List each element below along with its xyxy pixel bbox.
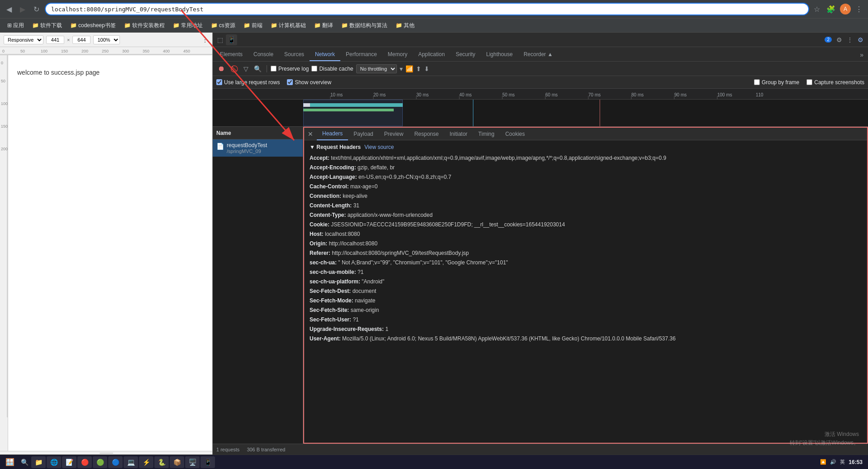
bookmark-install[interactable]: 📁 软件安装教程 <box>120 21 168 30</box>
details-tab-initiator[interactable]: Initiator <box>444 128 472 140</box>
device-toolbar-button[interactable]: 📱 <box>226 34 237 45</box>
browser-window: ◀ ▶ ↻ localhost:8080/springMVC_09/reques… <box>0 0 868 469</box>
tab-performance[interactable]: Performance <box>340 48 382 61</box>
bookmark-translate[interactable]: 📁 翻译 <box>310 21 337 30</box>
bookmark-icon[interactable]: ☆ <box>812 3 822 15</box>
taskbar-item-3[interactable]: 📝 <box>62 456 76 468</box>
tab-more[interactable]: » <box>857 48 866 61</box>
disable-cache-label[interactable]: Disable cache <box>311 66 353 72</box>
devtools-tabs: Elements Console Sources Network Perform… <box>213 47 868 62</box>
header-value: document <box>353 288 377 294</box>
clear-button[interactable]: 🚫 <box>229 64 239 74</box>
taskbar-item-9[interactable]: 🐍 <box>154 456 169 468</box>
taskbar-item-11[interactable]: 🖥️ <box>185 456 200 468</box>
header-row: Origin: http://localhost:8080 <box>310 239 862 248</box>
large-rows-label[interactable]: Use large request rows <box>216 79 280 86</box>
view-source-link[interactable]: View source <box>364 144 394 150</box>
notification-badge: 2 <box>825 37 832 43</box>
zoom-select[interactable]: 100% <box>93 35 120 44</box>
tab-application[interactable]: Application <box>413 48 450 61</box>
tab-network[interactable]: Network <box>310 48 340 61</box>
disable-cache-checkbox[interactable] <box>311 66 317 72</box>
details-tab-response[interactable]: Response <box>409 128 444 140</box>
dimensions-preset[interactable]: Responsive <box>4 35 43 44</box>
tray-language: 英 <box>840 459 845 465</box>
bookmark-apps[interactable]: ⊞ 应用 <box>4 21 28 30</box>
height-input[interactable] <box>72 36 91 44</box>
capture-screenshots-checkbox[interactable] <box>806 79 812 85</box>
forward-button[interactable]: ▶ <box>17 3 28 15</box>
search-taskbar-button[interactable]: 🔍 <box>19 457 30 468</box>
tab-lighthouse[interactable]: Lighthouse <box>481 48 518 61</box>
show-overview-label[interactable]: Show overview <box>287 79 331 86</box>
upload-icon[interactable]: ⬆ <box>416 65 421 72</box>
inspect-element-button[interactable]: ⬚ <box>215 34 225 45</box>
resize-handle-bottom[interactable] <box>0 451 212 455</box>
tab-elements[interactable]: Elements <box>215 48 248 61</box>
large-rows-checkbox[interactable] <box>216 79 222 85</box>
details-tab-payload[interactable]: Payload <box>348 128 378 140</box>
settings-button[interactable]: ⚙ <box>835 34 844 45</box>
throttle-select[interactable]: No throttling <box>356 64 397 73</box>
tab-security[interactable]: Security <box>450 48 481 61</box>
profile-icon[interactable]: A <box>840 4 851 14</box>
download-icon[interactable]: ⬇ <box>424 65 429 72</box>
group-by-frame-checkbox[interactable] <box>754 79 760 85</box>
reload-button[interactable]: ↻ <box>31 3 42 15</box>
header-row: Accept: text/html,application/xhtml+xml,… <box>310 154 862 162</box>
preserve-log-checkbox[interactable] <box>271 66 277 72</box>
wifi-icon-button[interactable]: 📶 <box>405 65 413 72</box>
address-bar[interactable]: localhost:8080/springMVC_09/requestBodyT… <box>45 3 809 15</box>
start-button[interactable]: 🪟 <box>2 456 18 468</box>
request-item[interactable]: 📄 requestBodyTest /springMVC_09 <box>213 139 303 157</box>
taskbar-item-5[interactable]: 🟢 <box>93 456 107 468</box>
bookmark-download[interactable]: 📁 软件下载 <box>29 21 66 30</box>
h-ruler: 0 50 100 150 200 250 300 350 400 450 <box>0 47 212 55</box>
request-headers-title: ▼ Request Headers View source <box>310 144 862 150</box>
network-options-row1: Use large request rows Show overview Gro… <box>213 76 868 89</box>
tab-memory[interactable]: Memory <box>382 48 413 61</box>
bookmark-cs[interactable]: 📁 cs资源 <box>207 21 239 30</box>
details-tab-timing[interactable]: Timing <box>473 128 500 140</box>
bookmark-common[interactable]: 📁 常用地址 <box>169 21 206 30</box>
taskbar-item-4[interactable]: 🔴 <box>77 456 92 468</box>
bookmark-algorithms[interactable]: 📁 数据结构与算法 <box>338 21 391 30</box>
details-tab-headers[interactable]: Headers <box>317 128 348 140</box>
filter-button[interactable]: ▽ <box>242 64 250 74</box>
tray-volume-icon: 🔊 <box>830 459 836 465</box>
tab-sources[interactable]: Sources <box>279 48 310 61</box>
bookmark-other[interactable]: 📁 其他 <box>392 21 418 30</box>
header-row: Content-Type: application/x-www-form-url… <box>310 211 862 219</box>
back-button[interactable]: ◀ <box>4 3 14 15</box>
taskbar-item-8[interactable]: ⚡ <box>139 456 153 468</box>
tab-recorder[interactable]: Recorder ▲ <box>518 48 558 61</box>
taskbar-item-7[interactable]: 💻 <box>124 456 138 468</box>
capture-screenshots-label[interactable]: Capture screenshots <box>806 79 864 86</box>
search-button[interactable]: 🔍 <box>253 64 263 74</box>
bookmark-codesheep[interactable]: 📁 codesheep书签 <box>67 21 119 30</box>
toolbar-more[interactable]: ⋮ <box>201 35 209 44</box>
extension-icon[interactable]: 🧩 <box>825 3 837 15</box>
taskbar-item-2[interactable]: 🌐 <box>47 456 61 468</box>
bookmark-frontend[interactable]: 📁 前端 <box>240 21 266 30</box>
tab-console[interactable]: Console <box>248 48 279 61</box>
record-button[interactable]: ⏺ <box>216 63 226 74</box>
details-close-button[interactable]: ✕ <box>304 130 317 138</box>
taskbar-item-10[interactable]: 📦 <box>170 456 184 468</box>
group-by-frame-label[interactable]: Group by frame <box>754 79 799 86</box>
show-overview-checkbox[interactable] <box>287 79 293 85</box>
details-tab-cookies[interactable]: Cookies <box>500 128 530 140</box>
header-name: Cookie: <box>310 221 331 228</box>
bookmark-cs-basics[interactable]: 📁 计算机基础 <box>267 21 310 30</box>
devtools-settings-icon[interactable]: ⚙ <box>856 34 865 45</box>
taskbar-item-12[interactable]: 📱 <box>200 456 215 468</box>
details-tab-preview[interactable]: Preview <box>379 128 409 140</box>
devtools-more-button[interactable]: ⋮ <box>845 34 855 45</box>
taskbar-item-6[interactable]: 🔵 <box>108 456 123 468</box>
menu-icon[interactable]: ⋮ <box>854 3 864 15</box>
throttle-extra[interactable]: ▾ <box>400 65 403 72</box>
taskbar-item-1[interactable]: 📁 <box>31 456 46 468</box>
headers-content: ▼ Request Headers View source Accept: te… <box>304 140 867 443</box>
width-input[interactable] <box>46 36 64 44</box>
preserve-log-label[interactable]: Preserve log <box>271 66 309 72</box>
